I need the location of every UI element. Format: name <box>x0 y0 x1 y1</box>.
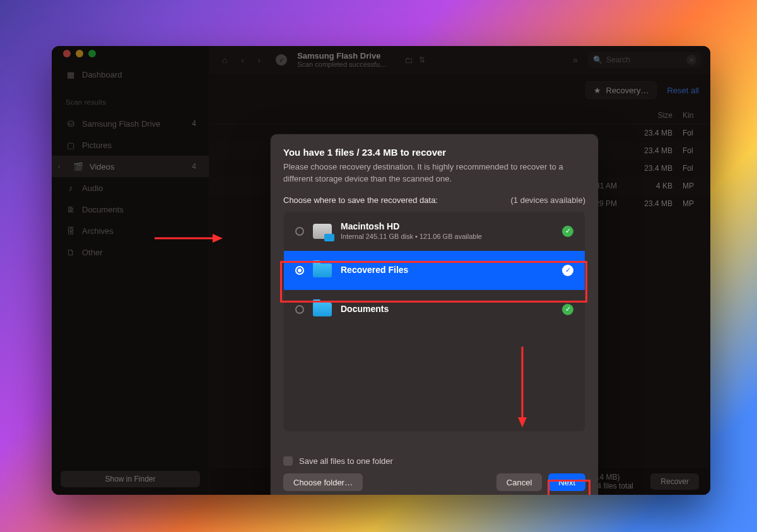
sidebar-section-header: Scan results <box>52 91 209 113</box>
radio-selected-icon <box>295 266 304 275</box>
search-icon: 🔍 <box>593 55 602 64</box>
search-input[interactable]: 🔍 Search ✕ <box>588 52 701 67</box>
sidebar-item-label: Samsung Flash Drive <box>82 119 160 129</box>
radio-icon <box>295 305 304 314</box>
sidebar-dashboard[interactable]: ▦ Dashboard <box>52 64 209 85</box>
sidebar-item-archives[interactable]: 🗄 Archives <box>52 220 209 241</box>
destination-name: Recovered Files <box>341 265 408 276</box>
sidebar: ▦ Dashboard Scan results ⛁ Samsung Flash… <box>52 46 209 495</box>
toolbar-title: Samsung Flash Drive Scan completed succe… <box>297 52 387 68</box>
image-icon: ▢ <box>66 141 76 150</box>
devices-available-label: (1 devices available) <box>510 195 585 205</box>
toolbar: ⌂ ‹ › ✓ Samsung Flash Drive Scan complet… <box>209 46 710 74</box>
sidebar-item-count: 4 <box>192 119 196 128</box>
recovery-chances-filter[interactable]: ★ Recovery… <box>585 81 657 99</box>
drive-name: Samsung Flash Drive <box>297 52 387 61</box>
destination-macintosh-hd[interactable]: Macintosh HD Internal 245.11 GB disk • 1… <box>284 212 585 251</box>
sidebar-item-label: Pictures <box>82 141 112 150</box>
close-window-button[interactable] <box>63 50 71 57</box>
minimize-window-button[interactable] <box>76 50 83 57</box>
audio-icon: ♪ <box>66 183 76 193</box>
checkmark-icon: ✓ <box>562 304 573 315</box>
drive-icon: ⛁ <box>66 119 76 129</box>
chevron-updown-icon: ⇅ <box>419 55 425 64</box>
drive-subtitle: Scan completed successfu… <box>297 61 387 68</box>
show-in-finder-button[interactable]: Show in Finder <box>61 471 200 487</box>
destination-list: Macintosh HD Internal 245.11 GB disk • 1… <box>283 211 585 432</box>
folder-icon: 🗀 <box>404 55 413 65</box>
view-mode-button[interactable]: 🗀 ⇅ <box>404 55 425 65</box>
search-placeholder: Search <box>606 55 630 64</box>
save-all-label: Save all files to one folder <box>299 456 393 466</box>
star-icon: ★ <box>594 86 601 95</box>
dialog-subtitle: Please choose recovery destination. It i… <box>283 161 580 185</box>
sidebar-item-pictures[interactable]: ▢ Pictures <box>52 134 209 156</box>
forward-button[interactable]: › <box>254 53 264 67</box>
sidebar-item-label: Archives <box>82 226 114 236</box>
checkmark-icon: ✓ <box>562 265 573 276</box>
sidebar-item-videos[interactable]: › 🎬 Videos 4 <box>52 156 209 177</box>
sidebar-item-label: Other <box>82 248 103 257</box>
harddrive-icon <box>313 224 332 239</box>
destination-name: Macintosh HD <box>341 221 482 233</box>
save-all-checkbox[interactable] <box>283 456 293 466</box>
grid-icon: ▦ <box>66 70 76 79</box>
sidebar-item-label: Videos <box>90 162 115 171</box>
destination-documents[interactable]: Documents ✓ <box>284 290 585 329</box>
radio-icon <box>295 227 304 236</box>
sidebar-item-label: Documents <box>82 205 124 214</box>
back-button[interactable]: ‹ <box>237 53 247 67</box>
checkmark-icon: ✓ <box>562 226 573 237</box>
sidebar-item-other[interactable]: 🗋 Other <box>52 241 209 263</box>
destination-detail: Internal 245.11 GB disk • 121.06 GB avai… <box>341 233 482 241</box>
filters-row: ★ Recovery… Reset all <box>209 74 710 107</box>
reset-all-button[interactable]: Reset all <box>667 86 699 95</box>
destination-recovered-files[interactable]: Recovered Files ✓ <box>284 251 585 290</box>
more-icon[interactable]: » <box>569 52 582 67</box>
folder-icon <box>313 303 332 316</box>
cancel-button[interactable]: Cancel <box>496 473 542 491</box>
scan-complete-icon: ✓ <box>276 54 287 66</box>
destination-name: Documents <box>341 304 389 315</box>
video-icon: 🎬 <box>73 162 83 171</box>
sidebar-dashboard-label: Dashboard <box>82 70 122 79</box>
recover-button[interactable]: Recover <box>650 473 699 490</box>
column-size-header[interactable]: Size <box>625 111 683 120</box>
recovery-destination-dialog: You have 1 files / 23.4 MB to recover Pl… <box>271 134 598 495</box>
app-window: ▦ Dashboard Scan results ⛁ Samsung Flash… <box>52 46 710 495</box>
clear-search-icon[interactable]: ✕ <box>686 55 696 65</box>
sidebar-item-documents[interactable]: 🗎 Documents <box>52 199 209 220</box>
sidebar-item-label: Audio <box>82 183 103 193</box>
dialog-title: You have 1 files / 23.4 MB to recover <box>283 147 585 158</box>
maximize-window-button[interactable] <box>88 50 96 57</box>
archive-icon: 🗄 <box>66 226 76 236</box>
sidebar-item-count: 4 <box>192 162 196 171</box>
document-icon: 🗎 <box>66 205 76 214</box>
folder-icon <box>313 263 332 277</box>
chevron-right-icon: › <box>58 163 64 170</box>
window-controls <box>63 50 209 57</box>
next-button[interactable]: Next <box>548 473 585 491</box>
sidebar-item-drive[interactable]: ⛁ Samsung Flash Drive 4 <box>52 113 209 134</box>
file-icon: 🗋 <box>66 248 76 257</box>
choose-destination-label: Choose where to save the recovered data: <box>283 195 438 205</box>
column-kind-header[interactable]: Kin <box>683 111 707 120</box>
home-icon[interactable]: ⌂ <box>218 52 231 67</box>
choose-folder-button[interactable]: Choose folder… <box>283 473 363 491</box>
sidebar-item-audio[interactable]: ♪ Audio <box>52 177 209 199</box>
